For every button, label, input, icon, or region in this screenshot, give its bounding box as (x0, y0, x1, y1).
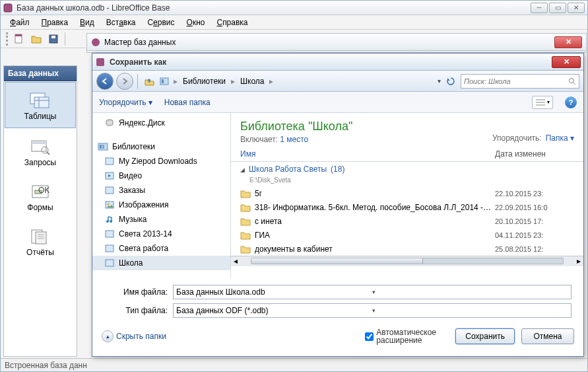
maximize-button[interactable]: ▭ (549, 3, 566, 13)
file-row[interactable]: 5г 22.10.2015 23: (231, 186, 583, 200)
svg-rect-2 (15, 34, 22, 36)
horizontal-scrollbar[interactable]: ◂ ▸ (231, 256, 583, 266)
svg-point-25 (570, 78, 574, 83)
menu-help[interactable]: Справка (211, 17, 253, 28)
menu-window[interactable]: Окно (181, 17, 211, 28)
folder-icon (240, 231, 251, 240)
new-folder-button[interactable]: Новая папка (164, 98, 211, 107)
dialog-title: Сохранить как (110, 57, 552, 67)
status-text: Встроенная база данн (5, 361, 87, 370)
new-doc-button[interactable] (12, 32, 26, 46)
filetype-select[interactable]: База данных ODF (*.odb) ▾ (173, 303, 572, 318)
svg-point-38 (108, 204, 110, 205)
wizard-icon (91, 38, 100, 47)
save-button[interactable]: Сохранить (455, 328, 515, 344)
file-row[interactable]: ГИА 04.11.2015 23: (231, 228, 583, 242)
main-titlebar: База данных школа.odb - LibreOffice Base… (1, 1, 587, 15)
tree-item-yandex[interactable]: Яндекс.Диск (92, 116, 230, 130)
svg-rect-32 (100, 145, 102, 149)
tree-item[interactable]: Видео (92, 168, 230, 183)
svg-rect-22 (96, 58, 104, 66)
nav-row: ▸ Библиотеки ▸ Школа ▸ ▾ (92, 71, 583, 92)
filename-label: Имя файла: (104, 287, 168, 297)
help-button[interactable]: ? (565, 96, 577, 108)
menu-view[interactable]: Вид (75, 17, 100, 28)
sort-control[interactable]: Упорядочить: Папка ▾ (492, 120, 574, 144)
wizard-close-button[interactable]: ✕ (554, 36, 582, 48)
menubar: Файл Правка Вид Вставка Сервис Окно Спра… (1, 15, 587, 30)
tree-item[interactable]: Изображения (92, 198, 230, 212)
command-row: Упорядочить ▾ Новая папка ▾ ? (92, 92, 583, 113)
library-icon (104, 258, 115, 268)
tree-item[interactable]: Музыка (92, 212, 230, 227)
svg-rect-4 (51, 36, 55, 38)
tree-item[interactable]: Заказы (92, 183, 230, 198)
sidebar-label: Отчёты (26, 248, 54, 257)
search-input[interactable] (464, 77, 566, 85)
dialog-close-button[interactable]: ✕ (552, 56, 581, 68)
tree-item[interactable]: My Ziepod Downloads (92, 154, 230, 168)
auto-ext-input[interactable] (365, 332, 374, 341)
svg-rect-6 (34, 97, 49, 108)
svg-rect-36 (106, 187, 114, 194)
menu-insert[interactable]: Вставка (101, 17, 141, 28)
filename-input[interactable]: База данных Школа.odb ▾ (173, 285, 572, 299)
sidebar-label: Запросы (24, 158, 56, 167)
svg-rect-34 (106, 158, 114, 165)
file-row[interactable]: с инета 20.10.2015 17: (231, 214, 583, 228)
refresh-button[interactable] (443, 74, 458, 89)
menu-tools[interactable]: Сервис (142, 17, 180, 28)
svg-rect-23 (160, 78, 168, 85)
hide-folders-button[interactable]: ▴ Скрыть папки (102, 330, 166, 342)
open-button[interactable] (29, 32, 44, 46)
menu-file[interactable]: Файл (5, 17, 35, 28)
breadcrumb[interactable]: ▸ Библиотеки ▸ Школа ▸ (159, 75, 435, 87)
file-row[interactable]: документы в кабинет 25.08.2015 12: (231, 242, 583, 256)
sidebar-item-tables[interactable]: Таблицы (5, 82, 76, 128)
menu-edit[interactable]: Правка (36, 17, 74, 28)
svg-rect-41 (106, 231, 114, 237)
forward-button[interactable] (116, 73, 133, 90)
minimize-button[interactable]: ─ (531, 3, 548, 13)
view-mode-button[interactable]: ▾ (532, 96, 553, 109)
toolbar-grip[interactable] (6, 32, 8, 46)
organize-menu[interactable]: Упорядочить ▾ (99, 98, 152, 107)
back-button[interactable] (96, 73, 114, 90)
col-date[interactable]: Дата изменен (495, 149, 574, 159)
file-list-area: Библиотека "Школа" Включает: 1 место Упо… (231, 113, 583, 278)
auto-extension-checkbox[interactable]: Автоматическое расширение (365, 328, 449, 344)
file-row[interactable]: 318- Информатика. 5-6кл. Метод. пособие_… (231, 200, 583, 214)
svg-line-12 (47, 152, 49, 155)
collapse-icon[interactable]: ◢ (240, 167, 245, 173)
folder-icon (240, 189, 251, 198)
up-button[interactable] (142, 74, 156, 89)
library-title: Библиотека "Школа" (240, 120, 492, 133)
cancel-button[interactable]: Отмена (521, 328, 574, 344)
tree-item[interactable]: Света 2013-14 (92, 227, 230, 241)
breadcrumb-item[interactable]: Библиотеки (181, 75, 227, 87)
close-button[interactable]: ✕ (568, 3, 585, 13)
sidebar-item-forms[interactable]: OK Формы (4, 174, 77, 219)
list-columns[interactable]: Имя Дата изменен (231, 147, 583, 162)
svg-line-26 (573, 83, 575, 85)
tree-item-libraries[interactable]: Библиотеки (92, 139, 230, 154)
tree-item-selected[interactable]: Школа (92, 256, 230, 270)
forms-icon: OK (29, 183, 51, 200)
group-header[interactable]: ◢ Школа Работа Светы (18) (231, 162, 583, 176)
sidebar-label: Формы (27, 203, 53, 212)
folder-tree[interactable]: Яндекс.Диск Библиотеки My Ziepod Downloa… (92, 113, 231, 278)
search-box[interactable] (461, 74, 579, 89)
tree-item[interactable]: Света работа (92, 241, 230, 256)
filetype-label: Тип файла: (104, 306, 168, 315)
music-icon (104, 214, 115, 225)
col-name[interactable]: Имя (240, 149, 495, 159)
scrollbar-thumb[interactable] (251, 258, 423, 264)
breadcrumb-item[interactable]: Школа (239, 75, 265, 87)
sidebar-item-queries[interactable]: Запросы (4, 129, 77, 174)
folder-icon (240, 244, 251, 254)
statusbar: Встроенная база данн (1, 358, 587, 371)
save-button[interactable] (46, 32, 61, 46)
sidebar-item-reports[interactable]: Отчёты (4, 219, 77, 264)
library-icon (104, 156, 115, 167)
library-icon (104, 243, 115, 254)
